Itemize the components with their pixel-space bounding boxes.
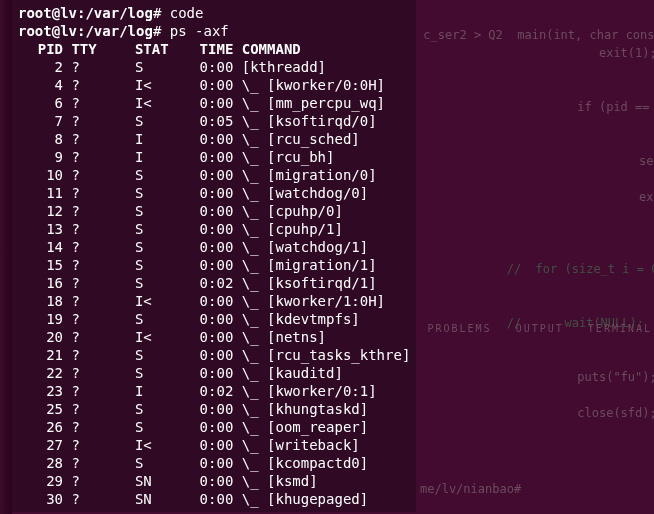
proc-command: \_ [kworker/0:1]	[242, 383, 377, 399]
proc-tty: ?	[71, 202, 126, 220]
proc-pid: 28	[18, 454, 63, 472]
process-row: 2 ? S 0:00 [kthreadd]	[18, 58, 410, 76]
process-row: 11 ? S 0:00 \_ [watchdog/0]	[18, 184, 410, 202]
proc-tty: ?	[71, 94, 126, 112]
proc-pid: 2	[18, 58, 63, 76]
process-list: 2 ? S 0:00 [kthreadd]4 ? I< 0:00 \_ [kwo…	[18, 58, 410, 508]
process-row: 13 ? S 0:00 \_ [cpuhp/1]	[18, 220, 410, 238]
proc-time: 0:00	[188, 130, 233, 148]
proc-command: \_ [migration/1]	[242, 257, 377, 273]
bg-code-line: exit(1);	[440, 44, 654, 62]
proc-stat: S	[135, 166, 180, 184]
proc-time: 0:00	[188, 94, 233, 112]
proc-command: [kthreadd]	[242, 59, 326, 75]
proc-time: 0:00	[188, 328, 233, 346]
proc-time: 0:00	[188, 472, 233, 490]
proc-stat: S	[135, 364, 180, 382]
process-row: 8 ? I 0:00 \_ [rcu_sched]	[18, 130, 410, 148]
proc-stat: S	[135, 418, 180, 436]
header-time: TIME	[188, 40, 233, 58]
terminal-window[interactable]: root@lv:/var/log# code root@lv:/var/log#…	[12, 0, 416, 512]
command: code	[170, 5, 204, 21]
proc-command: \_ [ksmd]	[242, 473, 318, 489]
proc-time: 0:00	[188, 220, 233, 238]
proc-time: 0:00	[188, 400, 233, 418]
proc-command: \_ [kworker/1:0H]	[242, 293, 385, 309]
process-row: 22 ? S 0:00 \_ [kauditd]	[18, 364, 410, 382]
proc-time: 0:00	[188, 364, 233, 382]
proc-time: 0:00	[188, 436, 233, 454]
header-tty: TTY	[71, 40, 126, 58]
proc-command: \_ [khugepaged]	[242, 491, 368, 507]
proc-command: \_ [cpuhp/0]	[242, 203, 343, 219]
proc-stat: SN	[135, 472, 180, 490]
proc-stat: S	[135, 400, 180, 418]
proc-stat: S	[135, 202, 180, 220]
proc-stat: S	[135, 58, 180, 76]
proc-stat: S	[135, 346, 180, 364]
proc-pid: 27	[18, 436, 63, 454]
proc-tty: ?	[71, 220, 126, 238]
bg-code-line: if (pid == 0)	[440, 98, 654, 116]
proc-time: 0:05	[188, 112, 233, 130]
proc-time: 0:00	[188, 490, 233, 508]
process-row: 4 ? I< 0:00 \_ [kworker/0:0H]	[18, 76, 410, 94]
proc-pid: 20	[18, 328, 63, 346]
proc-command: \_ [oom_reaper]	[242, 419, 368, 435]
proc-tty: ?	[71, 292, 126, 310]
process-row: 18 ? I< 0:00 \_ [kworker/1:0H]	[18, 292, 410, 310]
proc-tty: ?	[71, 274, 126, 292]
proc-pid: 13	[18, 220, 63, 238]
bg-code-line: server_loop(sfd);	[480, 152, 654, 170]
proc-time: 0:00	[188, 184, 233, 202]
proc-stat: S	[135, 238, 180, 256]
process-row: 28 ? S 0:00 \_ [kcompactd0]	[18, 454, 410, 472]
proc-stat: I<	[135, 76, 180, 94]
proc-time: 0:00	[188, 238, 233, 256]
bg-terminal-path: me/lv/nianbao#	[420, 480, 654, 498]
proc-pid: 6	[18, 94, 63, 112]
proc-tty: ?	[71, 76, 126, 94]
prompt-symbol: #	[153, 5, 161, 21]
proc-command: \_ [kworker/0:0H]	[242, 77, 385, 93]
proc-pid: 7	[18, 112, 63, 130]
launcher-strip	[0, 0, 12, 514]
process-row: 25 ? S 0:00 \_ [khungtaskd]	[18, 400, 410, 418]
header-stat: STAT	[135, 40, 180, 58]
proc-tty: ?	[71, 148, 126, 166]
process-row: 27 ? I< 0:00 \_ [writeback]	[18, 436, 410, 454]
proc-tty: ?	[71, 490, 126, 508]
proc-tty: ?	[71, 256, 126, 274]
path: /var/log	[85, 5, 152, 21]
proc-time: 0:00	[188, 310, 233, 328]
proc-pid: 14	[18, 238, 63, 256]
proc-command: \_ [khungtaskd]	[242, 401, 368, 417]
process-row: 16 ? S 0:02 \_ [ksoftirqd/1]	[18, 274, 410, 292]
proc-command: \_ [cpuhp/1]	[242, 221, 343, 237]
proc-tty: ?	[71, 328, 126, 346]
proc-tty: ?	[71, 238, 126, 256]
bg-code-line: // for (size_t i = 0; i	[420, 260, 654, 278]
proc-pid: 30	[18, 490, 63, 508]
proc-tty: ?	[71, 418, 126, 436]
process-row: 7 ? S 0:05 \_ [ksoftirqd/0]	[18, 112, 410, 130]
proc-stat: I<	[135, 328, 180, 346]
proc-command: \_ [watchdog/1]	[242, 239, 368, 255]
proc-time: 0:02	[188, 274, 233, 292]
proc-pid: 15	[18, 256, 63, 274]
process-row: 15 ? S 0:00 \_ [migration/1]	[18, 256, 410, 274]
proc-pid: 12	[18, 202, 63, 220]
proc-stat: S	[135, 256, 180, 274]
command: ps -axf	[170, 23, 229, 39]
process-row: 20 ? I< 0:00 \_ [netns]	[18, 328, 410, 346]
proc-stat: SN	[135, 490, 180, 508]
process-row: 23 ? I 0:02 \_ [kworker/0:1]	[18, 382, 410, 400]
proc-command: \_ [ksoftirqd/1]	[242, 275, 377, 291]
prompt-line-1: root@lv:/var/log# code	[18, 4, 410, 22]
proc-command: \_ [rcu_bh]	[242, 149, 335, 165]
path: /var/log	[85, 23, 152, 39]
proc-stat: S	[135, 112, 180, 130]
proc-pid: 4	[18, 76, 63, 94]
prompt-line-2: root@lv:/var/log# ps -axf	[18, 22, 410, 40]
proc-stat: I	[135, 130, 180, 148]
